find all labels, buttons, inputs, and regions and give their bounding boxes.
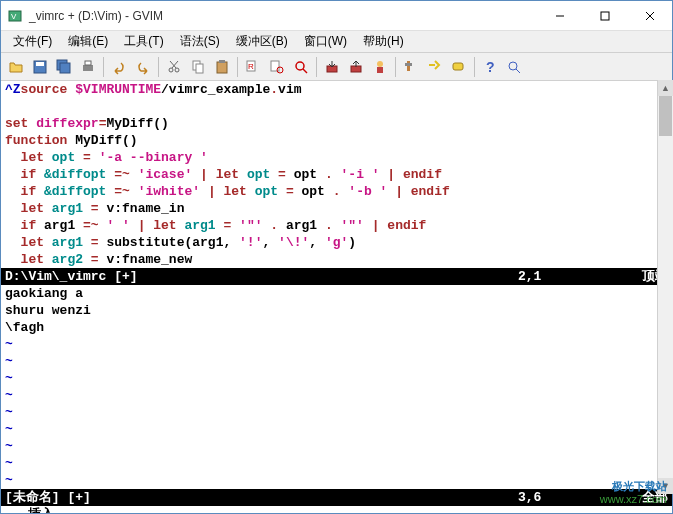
tilde-line: ~ [1,472,672,489]
menu-buffers[interactable]: 缓冲区(B) [228,31,296,52]
code-line [1,98,672,115]
script-button[interactable] [369,56,391,78]
status-position: 2,1 [518,268,618,285]
svg-rect-7 [36,62,44,66]
code-line: if &diffopt =~ 'icase' | let opt = opt .… [1,166,672,183]
saveall-button[interactable] [53,56,75,78]
code-line: let opt = '-a --binary ' [1,149,672,166]
code-line: function MyDiff() [1,132,672,149]
svg-line-25 [303,69,307,73]
scroll-up-icon[interactable]: ▲ [658,80,673,96]
scroll-thumb[interactable] [659,96,672,136]
cut-button[interactable] [163,56,185,78]
command-line: -- 插入 -- [1,506,672,513]
svg-rect-31 [405,63,412,66]
editor-area[interactable]: ^Zsource $VIMRUNTIME/vimrc_example.vim s… [1,81,672,513]
svg-rect-18 [217,62,227,73]
titlebar[interactable]: V _vimrc + (D:\Vim) - GVIM [1,1,672,31]
status-filename: [未命名] [+] [5,489,518,506]
replace-button[interactable]: R [242,56,264,78]
svg-text:V: V [11,12,17,21]
app-window: V _vimrc + (D:\Vim) - GVIM 文件(F) 编辑(E) 工… [0,0,673,514]
separator [474,57,475,77]
svg-text:R: R [248,62,254,71]
make-button[interactable] [400,56,422,78]
code-line: ^Zsource $VIMRUNTIME/vimrc_example.vim [1,81,672,98]
separator [103,57,104,77]
undo-button[interactable] [108,56,130,78]
vertical-scrollbar[interactable]: ▲ ▼ [657,80,673,494]
svg-rect-32 [453,63,463,70]
redo-button[interactable] [132,56,154,78]
buffer-line: \fagh [1,319,672,336]
save-button[interactable] [29,56,51,78]
svg-rect-3 [601,12,609,20]
print-button[interactable] [77,56,99,78]
paste-button[interactable] [211,56,233,78]
menu-help[interactable]: 帮助(H) [355,31,412,52]
tilde-line: ~ [1,370,672,387]
svg-point-13 [175,68,179,72]
code-line: set diffexpr=MyDiff() [1,115,672,132]
status-filename: D:\Vim\_vimrc [+] [5,268,518,285]
svg-text:?: ? [486,59,495,75]
tilde-line: ~ [1,387,672,404]
separator [158,57,159,77]
buffer-line: gaokiang a [1,285,672,302]
separator [316,57,317,77]
svg-point-12 [169,68,173,72]
tilde-line: ~ [1,455,672,472]
window-controls [537,1,672,31]
code-line: let arg1 = v:fname_in [1,200,672,217]
separator [395,57,396,77]
close-button[interactable] [627,1,672,31]
svg-rect-10 [83,65,93,71]
code-line: if arg1 =~ ' ' | let arg1 = '"' . arg1 .… [1,217,672,234]
menu-edit[interactable]: 编辑(E) [60,31,116,52]
find-button[interactable] [290,56,312,78]
status-position: 3,6 [518,489,618,506]
svg-rect-17 [196,64,203,73]
svg-point-28 [377,61,383,67]
maximize-button[interactable] [582,1,627,31]
buffer-line: shuru wenzi [1,302,672,319]
menu-tools[interactable]: 工具(T) [116,31,171,52]
menu-window[interactable]: 窗口(W) [296,31,355,52]
menu-syntax[interactable]: 语法(S) [172,31,228,52]
tilde-line: ~ [1,353,672,370]
copy-button[interactable] [187,56,209,78]
code-line: let arg2 = v:fname_new [1,251,672,268]
menubar: 文件(F) 编辑(E) 工具(T) 语法(S) 缓冲区(B) 窗口(W) 帮助(… [1,31,672,53]
svg-rect-19 [219,60,225,63]
code-line: let arg1 = substitute(arg1, '!', '\!', '… [1,234,672,251]
tilde-line: ~ [1,404,672,421]
loadsess-button[interactable] [321,56,343,78]
savesess-button[interactable] [345,56,367,78]
svg-point-34 [509,62,517,70]
findnext-button[interactable] [266,56,288,78]
tilde-line: ~ [1,336,672,353]
tilde-line: ~ [1,421,672,438]
open-button[interactable] [5,56,27,78]
toolbar: R ? [1,53,672,81]
app-icon: V [7,8,23,24]
svg-rect-29 [377,67,383,73]
window-title: _vimrc + (D:\Vim) - GVIM [29,9,537,23]
code-line: if &diffopt =~ 'iwhite' | let opt = opt … [1,183,672,200]
tags-button[interactable] [448,56,470,78]
scroll-down-icon[interactable]: ▼ [658,478,673,494]
svg-rect-11 [85,61,91,65]
svg-rect-9 [60,63,70,73]
status-bar-bottom: [未命名] [+] 3,6 全部 [1,489,672,506]
tilde-line: ~ [1,438,672,455]
menu-file[interactable]: 文件(F) [5,31,60,52]
help-button[interactable]: ? [479,56,501,78]
shell-button[interactable] [424,56,446,78]
minimize-button[interactable] [537,1,582,31]
status-bar-top: D:\Vim\_vimrc [+] 2,1 顶端 [1,268,672,285]
findhelp-button[interactable] [503,56,525,78]
separator [237,57,238,77]
svg-point-24 [296,62,304,70]
svg-line-35 [516,69,520,73]
svg-rect-22 [271,61,279,71]
